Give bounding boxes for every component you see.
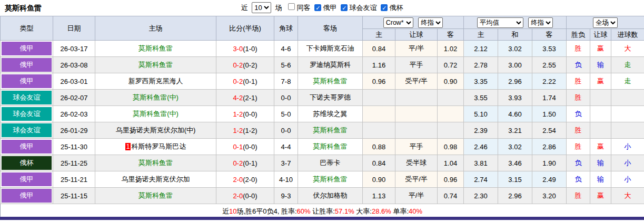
sub-header-odds-away: 客 (438, 29, 464, 41)
match-row: 球会友谊26-02-03莫斯科鱼雷(中)1-2(0-0)5-0苏维埃之翼5.10… (1, 106, 644, 122)
sub-header-avg-away: 客 (532, 29, 567, 41)
avg-draw: 3.02 (498, 41, 532, 57)
odds-home: 0.88 (363, 139, 395, 155)
filter-checkbox-label-2: 球会友谊 (349, 4, 377, 12)
league-badge: 俄杯 (1, 155, 53, 171)
result-goals: 小 (611, 139, 644, 155)
avg-draw: 3.46 (498, 155, 532, 171)
sub-header-odds-home: 主 (363, 29, 395, 41)
league-badge: 俄甲 (1, 171, 53, 188)
result-goals: 走 (611, 57, 644, 73)
col-header-away: 客场 (298, 16, 363, 41)
score: 0-1(0-0) (216, 139, 274, 155)
avg-draw: 3.21 (498, 122, 532, 139)
sub-header-result-hand: 让球 (590, 29, 611, 41)
avg-stage-select[interactable]: 终指 (528, 17, 553, 28)
league-badge: 球会友谊 (1, 122, 53, 139)
league-badge: 俄甲 (1, 188, 53, 204)
match-date: 25-11-21 (53, 171, 95, 188)
result-handicap: 赢 (590, 73, 611, 90)
match-row: 俄甲25-11-15莫斯科鱼雷2-0(0-0)9-3伏尔加格勒1.13平/半0.… (1, 188, 644, 204)
odds-away: 0.96 (438, 171, 464, 188)
top-bar: 莫斯科鱼雷 近 10 场 同客✓俄甲✓球会友谊✓俄杯 (0, 0, 644, 16)
odds-home: 1.13 (363, 188, 395, 204)
score: 2-0(2-0) (216, 171, 274, 188)
result-winlose: 胜 (567, 188, 590, 204)
match-row: 俄甲26-03-01新罗西斯克黑海人0-2(0-1)7-8莫斯科鱼雷0.96受平… (1, 73, 644, 90)
match-date: 25-11-25 (53, 155, 95, 171)
avg-away: 3.53 (532, 41, 567, 57)
match-row: 球会友谊26-02-07莫斯科鱼雷(中)4-2(2-1)0-0下诺夫哥罗德3.5… (1, 90, 644, 106)
away-team: 伏尔加格勒 (298, 188, 363, 204)
match-row: 俄甲26-03-08莫斯科鱼雷0-2(0-2)5-6罗迪纳莫斯科1.16平手0.… (1, 57, 644, 73)
score: 2-0(0-0) (216, 188, 274, 204)
avg-draw: 2.96 (498, 73, 532, 90)
odds-home (363, 122, 395, 139)
home-team: 新罗西斯克黑海人 (95, 73, 216, 90)
odds-line (395, 106, 438, 122)
sub-header-avg-home: 主 (464, 29, 498, 41)
bottom-accent-bar (0, 217, 644, 220)
away-team: 莫斯科鱼雷 (298, 122, 363, 139)
away-team: 莫斯科鱼雷 (298, 171, 363, 188)
away-team: 下诺夫哥罗德 (298, 90, 363, 106)
scope-select[interactable]: 全场 (593, 17, 618, 28)
result-handicap: 输 (590, 57, 611, 73)
match-date: 26-02-07 (53, 90, 95, 106)
odds-home: 0.84 (363, 155, 395, 171)
result-winlose: 负 (567, 106, 590, 122)
avg-source-select[interactable]: 平均值 (477, 17, 523, 28)
sub-header-odds-line: 让球 (395, 29, 438, 41)
filter-checkbox-1[interactable]: ✓ (314, 4, 321, 11)
odds-away: 0.98 (438, 139, 464, 155)
match-row: 俄杯25-11-25莫斯科鱼雷0-2(0-1)3-7巴蒂卡0.84受半球1.04… (1, 155, 644, 171)
odds-line: 受平/半 (395, 73, 438, 90)
result-handicap (590, 90, 611, 106)
result-goals: 小 (611, 171, 644, 188)
odds-away: 0.72 (438, 57, 464, 73)
col-header-score: 比分(半场) (216, 16, 274, 41)
odds-line: 受平/半 (395, 171, 438, 188)
odds-home: 0.90 (363, 171, 395, 188)
result-winlose: 负 (567, 155, 590, 171)
recent-count-select[interactable]: 10 (252, 2, 271, 13)
col-header-corner: 角球 (274, 16, 298, 41)
odds-selects-cell: Crow* 终指 (363, 16, 464, 29)
score: 0-2(0-1) (216, 73, 274, 90)
score: 4-2(2-1) (216, 90, 274, 106)
away-team: 苏维埃之翼 (298, 106, 363, 122)
odds-line: 平/半 (395, 188, 438, 204)
home-team: 乌里扬诺夫斯克伏尔加 (95, 171, 216, 188)
league-badge: 俄甲 (1, 57, 53, 73)
match-date: 25-11-30 (53, 139, 95, 155)
odds-stage-select[interactable]: 终指 (418, 17, 443, 28)
away-team: 莫斯科鱼雷 (298, 73, 363, 90)
filter-checkbox-0[interactable] (288, 3, 295, 10)
rank-badge: 1 (125, 143, 131, 150)
odds-line (395, 90, 438, 106)
filter-checkbox-2[interactable]: ✓ (341, 4, 348, 11)
corner-count: 0-0 (274, 122, 298, 139)
avg-away: 1.74 (532, 90, 567, 106)
odds-source-select[interactable]: Crow* (383, 17, 413, 28)
odds-away: 0.90 (438, 73, 464, 90)
corner-count: 9-3 (274, 188, 298, 204)
odds-away: 1.02 (438, 41, 464, 57)
odds-home: 1.16 (363, 57, 395, 73)
matches-label: 场 (275, 4, 282, 12)
col-header-home: 主场 (95, 16, 216, 41)
match-row: 俄甲26-03-17莫斯科鱼雷3-0(1-0)4-6下卡姆斯克石油0.84平/半… (1, 41, 644, 57)
filter-controls: 近 10 场 同客✓俄甲✓球会友谊✓俄杯 (0, 2, 644, 13)
filter-checkbox-3[interactable]: ✓ (381, 4, 388, 11)
result-handicap: 输 (590, 155, 611, 171)
avg-away: 2.86 (532, 139, 567, 155)
league-badge: 俄甲 (1, 41, 53, 57)
result-goals: 走 (611, 73, 644, 90)
filter-checkbox-label-3: 俄杯 (389, 4, 403, 12)
away-team: 下卡姆斯克石油 (298, 41, 363, 57)
home-team: 莫斯科鱼雷 (95, 155, 216, 171)
odds-home: 0.96 (363, 73, 395, 90)
avg-home: 2.30 (464, 188, 498, 204)
odds-away (438, 90, 464, 106)
score: 1-2(1-2) (216, 122, 274, 139)
